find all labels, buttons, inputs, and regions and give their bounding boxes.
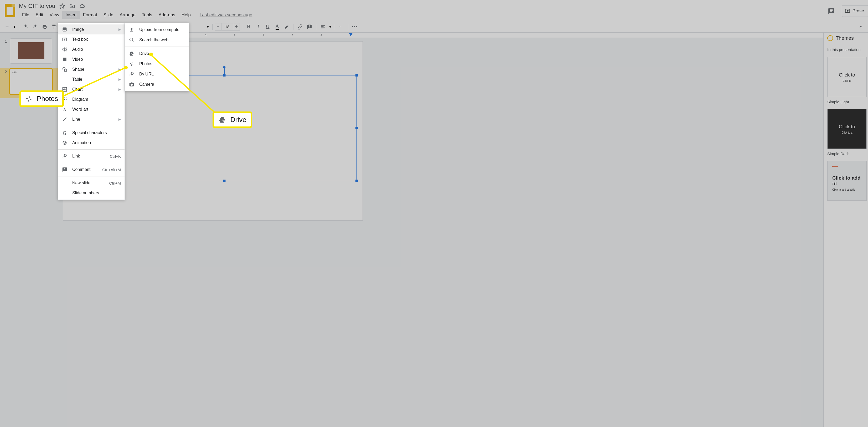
- menu-file[interactable]: File: [19, 11, 32, 19]
- underline-button[interactable]: U: [263, 22, 272, 31]
- camera-icon: [129, 82, 134, 87]
- menu-item-word-art[interactable]: Word art: [58, 104, 125, 114]
- move-to-folder-icon[interactable]: [69, 3, 75, 9]
- resize-handle[interactable]: [355, 127, 358, 130]
- paint-format-button[interactable]: [50, 22, 59, 31]
- callout-label: Drive: [230, 116, 246, 124]
- shortcut-label: Ctrl+M: [109, 181, 121, 186]
- text-color-button[interactable]: A: [273, 22, 282, 31]
- theme-name-label: Simple Light: [827, 99, 868, 104]
- open-comments-icon[interactable]: [826, 6, 836, 16]
- ruler-marker-icon[interactable]: [349, 33, 352, 36]
- blank-icon: [62, 180, 67, 186]
- menu-item-animation[interactable]: Animation: [58, 138, 125, 148]
- present-button[interactable]: Prese: [842, 5, 868, 17]
- menu-item-label: Image: [72, 27, 84, 32]
- resize-handle[interactable]: [223, 74, 226, 77]
- submenu-arrow-icon: ▶: [119, 117, 121, 121]
- menu-item-new-slide[interactable]: New slideCtrl+M: [58, 178, 125, 188]
- align-button[interactable]: [318, 22, 327, 31]
- menu-item-image[interactable]: Image▶: [58, 24, 125, 34]
- menu-tools[interactable]: Tools: [139, 11, 156, 19]
- font-size-increase-button[interactable]: +: [233, 23, 240, 30]
- align-dropdown-icon[interactable]: ▾: [328, 24, 333, 29]
- resize-handle[interactable]: [355, 74, 358, 77]
- theme-simple-light[interactable]: Click to Click to: [827, 57, 867, 97]
- theme-title-text: Click to: [839, 124, 855, 130]
- italic-button[interactable]: I: [254, 22, 263, 31]
- menu-item-video[interactable]: Video: [58, 54, 125, 64]
- highlight-button[interactable]: [282, 22, 291, 31]
- redo-button[interactable]: [31, 22, 40, 31]
- menu-add-ons[interactable]: Add-ons: [156, 11, 178, 19]
- svg-point-11: [64, 99, 65, 99]
- menu-item-label: Shape: [72, 67, 84, 72]
- theme-simple-dark[interactable]: Click to Click to a: [827, 109, 867, 149]
- menu-help[interactable]: Help: [178, 11, 194, 19]
- search-icon: [129, 37, 134, 43]
- filmstrip: 1 HOW YOU DOIN? 2 Gifs: [0, 33, 58, 427]
- menu-item-slide-numbers[interactable]: Slide numbers: [58, 188, 125, 198]
- font-size-control: − 18 +: [215, 23, 240, 30]
- menu-item-label: By URL: [139, 72, 154, 77]
- insert-comment-button[interactable]: [305, 22, 314, 31]
- font-size-value[interactable]: 18: [221, 23, 233, 30]
- menu-item-line[interactable]: Line▶: [58, 114, 125, 124]
- callout-drive: Drive: [214, 113, 251, 126]
- collapse-toolbar-icon[interactable]: [857, 22, 865, 31]
- insert-link-button[interactable]: [296, 22, 305, 31]
- cloud-status-icon[interactable]: [79, 3, 85, 9]
- slide-thumb-1[interactable]: 1 HOW YOU DOIN?: [0, 37, 58, 68]
- submenu-arrow-icon: ▶: [119, 28, 121, 31]
- last-edit-link[interactable]: Last edit was seconds ago: [200, 12, 252, 18]
- line-spacing-button[interactable]: [337, 22, 346, 31]
- menu-insert[interactable]: Insert: [62, 11, 80, 19]
- menu-view[interactable]: View: [46, 11, 63, 19]
- menu-item-audio[interactable]: Audio: [58, 45, 125, 54]
- menu-edit[interactable]: Edit: [32, 11, 46, 19]
- font-dropdown-icon[interactable]: ▾: [206, 24, 210, 29]
- theme-streamline[interactable]: Click to add tit Click to add subtitle: [827, 161, 867, 201]
- print-button[interactable]: [40, 22, 49, 31]
- more-button[interactable]: •••: [350, 22, 360, 31]
- font-size-decrease-button[interactable]: −: [215, 23, 221, 30]
- menu-item-link[interactable]: LinkCtrl+K: [58, 151, 125, 161]
- menu-item-label: Photos: [139, 61, 152, 66]
- menu-item-drive[interactable]: Drive: [125, 48, 189, 59]
- new-slide-button[interactable]: [3, 22, 11, 31]
- svg-point-4: [63, 67, 65, 70]
- menu-item-label: New slide: [72, 181, 90, 186]
- svg-rect-5: [64, 69, 66, 71]
- rotate-handle[interactable]: [223, 66, 226, 68]
- menu-format[interactable]: Format: [80, 11, 100, 19]
- menu-item-search-the-web[interactable]: Search the web: [125, 35, 189, 45]
- resize-handle[interactable]: [223, 179, 226, 182]
- menu-item-label: Diagram: [72, 97, 88, 102]
- menu-item-comment[interactable]: CommentCtrl+Alt+M: [58, 165, 125, 175]
- undo-button[interactable]: [21, 22, 30, 31]
- menu-item-label: Audio: [72, 47, 83, 52]
- textbox-icon: [62, 36, 67, 42]
- doc-title[interactable]: My GIF to you: [19, 3, 55, 9]
- palette-icon: [827, 35, 833, 41]
- menu-item-label: Table: [72, 77, 82, 82]
- menu-item-diagram[interactable]: Diagram: [58, 94, 125, 104]
- resize-handle[interactable]: [355, 179, 358, 182]
- menu-item-upload-from-computer[interactable]: Upload from computer: [125, 24, 189, 35]
- anim-icon: [62, 140, 67, 146]
- svg-line-13: [63, 117, 66, 121]
- comment-icon: [62, 167, 67, 172]
- bold-button[interactable]: B: [244, 22, 253, 31]
- menu-item-text-box[interactable]: Text box: [58, 34, 125, 45]
- svg-marker-2: [847, 10, 848, 11]
- menu-item-by-url[interactable]: By URL: [125, 69, 189, 79]
- ruler-tick: 5: [234, 33, 236, 36]
- star-icon[interactable]: [59, 3, 65, 9]
- link-icon: [62, 153, 67, 159]
- shortcut-label: Ctrl+K: [110, 154, 121, 159]
- menu-arrange[interactable]: Arrange: [116, 11, 138, 19]
- annotation-dot: [149, 53, 153, 56]
- menu-slide[interactable]: Slide: [100, 11, 117, 19]
- new-slide-dropdown-icon[interactable]: ▾: [12, 24, 17, 29]
- menu-item-special-characters[interactable]: Special characters: [58, 128, 125, 138]
